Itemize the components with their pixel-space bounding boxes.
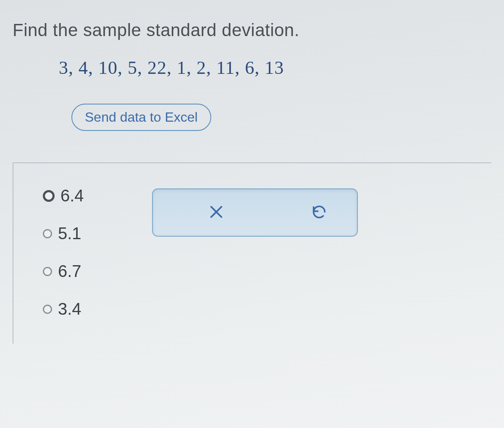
option-0[interactable]: 6.4	[43, 186, 127, 205]
data-values: 3, 4, 10, 5, 22, 1, 2, 11, 6, 13	[59, 57, 491, 78]
question-prompt: Find the sample standard deviation.	[13, 20, 491, 40]
radio-icon	[43, 229, 52, 238]
undo-icon[interactable]	[311, 204, 328, 222]
option-1[interactable]: 5.1	[43, 224, 127, 243]
option-label: 5.1	[58, 224, 81, 243]
options-group: 6.4 5.1 6.7 3.4	[43, 186, 127, 318]
radio-icon	[43, 305, 52, 314]
option-3[interactable]: 3.4	[43, 300, 127, 318]
radio-icon	[43, 267, 52, 276]
question-page: Find the sample standard deviation. 3, 4…	[0, 0, 504, 428]
send-to-excel-button[interactable]: Send data to Excel	[71, 104, 211, 131]
radio-icon	[43, 190, 55, 202]
option-label: 6.7	[58, 262, 81, 281]
answer-panel: 6.4 5.1 6.7 3.4	[13, 162, 491, 344]
option-2[interactable]: 6.7	[43, 262, 127, 281]
clear-icon[interactable]	[207, 203, 225, 222]
option-label: 3.4	[58, 300, 81, 318]
option-label: 6.4	[60, 186, 84, 205]
feedback-box	[152, 188, 358, 237]
